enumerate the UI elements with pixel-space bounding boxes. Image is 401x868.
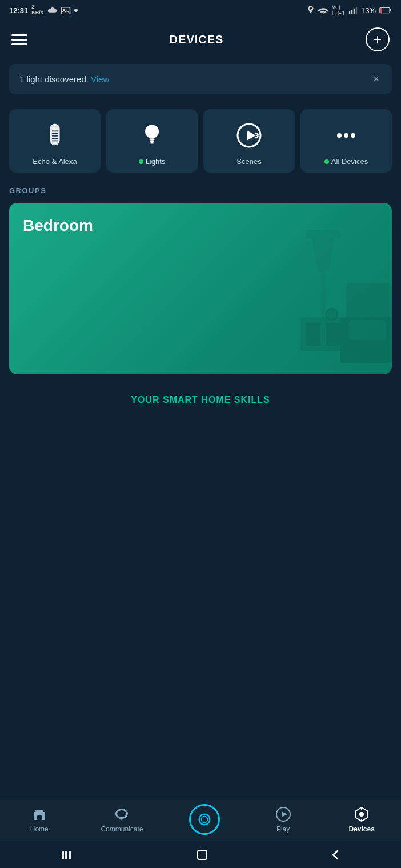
all-devices-label: All Devices <box>324 157 368 166</box>
svg-rect-15 <box>52 130 58 131</box>
nav-item-alexa[interactable] <box>187 804 222 835</box>
groups-label: GROUPS <box>9 186 392 195</box>
svg-rect-12 <box>52 138 58 139</box>
system-nav-bar <box>0 841 401 868</box>
svg-rect-50 <box>62 851 64 859</box>
location-icon <box>307 6 315 15</box>
svg-rect-8 <box>390 9 391 12</box>
lights-label: Lights <box>139 157 166 166</box>
svg-rect-36 <box>34 812 45 814</box>
bedroom-title: Bedroom <box>23 217 93 235</box>
svg-point-44 <box>201 816 207 822</box>
header: DEVICES + <box>0 21 401 58</box>
scenes-label: Scenes <box>236 157 261 166</box>
nav-label-home: Home <box>30 825 49 833</box>
groups-section: GROUPS Bedroom <box>0 177 401 374</box>
nav-item-home[interactable]: Home <box>22 806 57 833</box>
device-card-lights[interactable]: Lights <box>106 109 198 173</box>
svg-rect-14 <box>52 133 58 134</box>
svg-rect-52 <box>69 851 71 859</box>
battery-icon <box>379 7 392 14</box>
svg-point-16 <box>145 125 159 138</box>
svg-point-22 <box>337 133 342 138</box>
home-nav-icon <box>31 806 47 822</box>
svg-rect-31 <box>326 323 340 346</box>
device-card-scenes[interactable]: Scenes <box>203 109 295 173</box>
view-link[interactable]: View <box>91 74 109 84</box>
communicate-nav-icon <box>114 806 130 822</box>
cloud-icon <box>47 6 57 14</box>
discovery-banner: 1 light discovered. View × <box>9 64 392 94</box>
svg-rect-35 <box>349 320 386 340</box>
all-devices-status-dot <box>324 159 329 164</box>
battery-text: 13% <box>361 6 376 15</box>
svg-rect-4 <box>351 10 352 14</box>
svg-rect-3 <box>349 11 350 14</box>
close-banner-button[interactable]: × <box>371 73 382 85</box>
lights-icon <box>136 119 168 151</box>
add-device-button[interactable]: + <box>366 27 390 51</box>
svg-rect-10 <box>50 123 59 145</box>
device-card-echo-alexa[interactable]: Echo & Alexa <box>9 109 101 173</box>
scenes-icon <box>233 119 265 151</box>
svg-rect-6 <box>356 7 357 14</box>
svg-point-47 <box>359 812 364 817</box>
svg-rect-19 <box>150 142 153 144</box>
nav-label-devices: Devices <box>349 825 375 833</box>
devices-nav-icon <box>354 806 370 822</box>
svg-rect-51 <box>65 851 67 859</box>
wifi-icon <box>318 6 328 14</box>
svg-rect-18 <box>150 141 154 142</box>
bedroom-illustration <box>209 226 392 374</box>
dot-indicator <box>74 9 78 12</box>
svg-marker-21 <box>247 130 256 141</box>
alexa-ring-icon <box>197 811 212 827</box>
kb-indicator: 2KB/s <box>31 5 43 16</box>
svg-rect-39 <box>37 815 42 820</box>
svg-rect-28 <box>306 230 340 238</box>
svg-marker-25 <box>312 237 335 271</box>
svg-rect-48 <box>361 807 362 810</box>
svg-rect-37 <box>35 810 43 812</box>
svg-rect-13 <box>52 141 58 142</box>
bedroom-card[interactable]: Bedroom <box>9 203 392 374</box>
time: 12:31 <box>9 6 28 15</box>
all-devices-icon <box>330 119 362 151</box>
device-card-all-devices[interactable]: All Devices <box>300 109 392 173</box>
network-type: Vo)LTE1 <box>332 4 345 17</box>
nav-item-communicate[interactable]: Communicate <box>101 806 143 833</box>
home-button[interactable] <box>196 849 208 861</box>
svg-rect-26 <box>321 271 326 317</box>
echo-alexa-label: Echo & Alexa <box>33 157 77 166</box>
svg-point-24 <box>351 133 355 138</box>
svg-rect-17 <box>150 138 155 140</box>
svg-marker-46 <box>282 811 287 817</box>
nav-item-devices[interactable]: Devices <box>344 806 379 833</box>
nav-label-play: Play <box>276 825 290 833</box>
svg-rect-5 <box>354 9 355 14</box>
svg-rect-0 <box>61 7 70 14</box>
status-right: Vo)LTE1 13% <box>307 4 392 17</box>
hamburger-menu[interactable] <box>11 34 27 45</box>
nav-label-communicate: Communicate <box>101 825 143 833</box>
device-grid: Echo & Alexa Lights Scenes <box>0 100 401 177</box>
discovery-text: 1 light discovered. View <box>19 74 109 84</box>
lights-status-dot <box>139 159 143 164</box>
svg-point-23 <box>344 133 348 138</box>
svg-rect-49 <box>361 819 362 821</box>
smart-home-skills-link[interactable]: YOUR SMART HOME SKILLS <box>0 374 401 426</box>
svg-rect-9 <box>380 8 382 13</box>
page-title: DEVICES <box>170 33 224 46</box>
svg-point-32 <box>326 309 338 320</box>
nav-item-play[interactable]: Play <box>266 806 300 833</box>
svg-point-42 <box>117 810 126 817</box>
alexa-button[interactable] <box>189 804 220 835</box>
back-button[interactable] <box>331 849 340 861</box>
svg-rect-30 <box>306 323 320 346</box>
svg-point-2 <box>322 13 324 14</box>
svg-rect-11 <box>52 135 58 137</box>
signal-icon <box>348 6 358 14</box>
image-icon <box>61 6 71 14</box>
recents-button[interactable] <box>61 850 74 860</box>
status-bar: 12:31 2KB/s Vo)LTE1 <box>0 0 401 21</box>
